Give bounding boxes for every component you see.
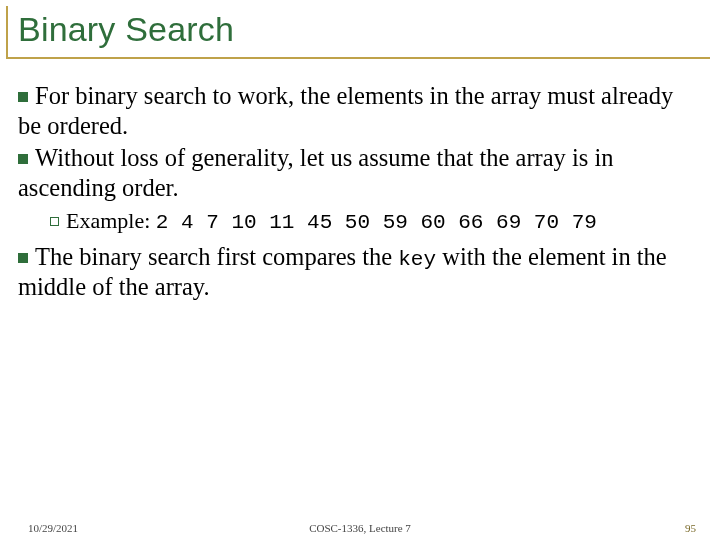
bullet-square-icon (18, 92, 28, 102)
bullet-2-text: Without loss of generality, let us assum… (18, 144, 614, 201)
bullet-hollow-square-icon (50, 217, 59, 226)
bullet-3: The binary search first compares the key… (18, 242, 702, 302)
content-area: For binary search to work, the elements … (0, 59, 720, 302)
bullet-square-icon (18, 154, 28, 164)
bullet-square-icon (18, 253, 28, 263)
footer-page-number: 95 (685, 522, 696, 534)
title-container: Binary Search (6, 6, 710, 59)
sub-bullet-example: Example: 2 4 7 10 11 45 50 59 60 66 69 7… (18, 207, 702, 236)
example-values: 2 4 7 10 11 45 50 59 60 66 69 70 79 (156, 211, 597, 234)
bullet-3-key: key (398, 248, 436, 271)
slide-title: Binary Search (18, 10, 710, 49)
example-label: Example: (66, 208, 156, 233)
bullet-1: For binary search to work, the elements … (18, 81, 702, 141)
bullet-1-text: For binary search to work, the elements … (18, 82, 673, 139)
bullet-2: Without loss of generality, let us assum… (18, 143, 702, 203)
footer-course: COSC-1336, Lecture 7 (309, 522, 411, 534)
slide: Binary Search For binary search to work,… (0, 6, 720, 540)
footer-date: 10/29/2021 (28, 522, 78, 534)
bullet-3-text-a: The binary search first compares the (35, 243, 398, 270)
